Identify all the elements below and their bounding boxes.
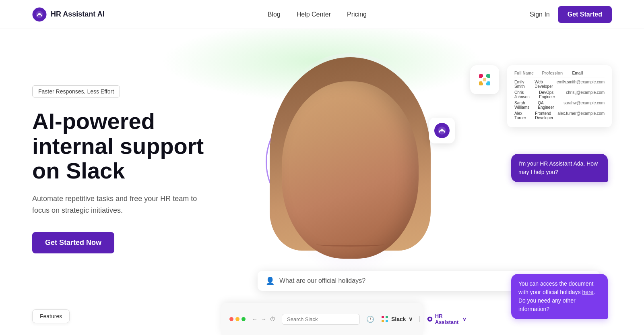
data-table-header: Full Name Profession Email: [514, 71, 605, 77]
svg-rect-17: [382, 320, 384, 322]
svg-rect-16: [382, 316, 384, 318]
hero-subtitle: Automate repetitive tasks and free your …: [32, 193, 201, 216]
user-icon: 👤: [266, 276, 275, 285]
slack-ui-strip: ← → ⏱ 🕐 Slack ∨ | HR Assistant ∨: [221, 303, 423, 335]
close-dot: [229, 317, 233, 321]
forward-icon[interactable]: →: [261, 316, 266, 322]
hero-title: AI-powered internal support on Slack: [32, 109, 225, 183]
nav-actions: Sign In Get Started: [530, 6, 612, 23]
hr-assistant-label: HR Assistant: [435, 313, 460, 325]
features-badge: Features: [32, 309, 70, 323]
table-row: Emily Smith Web Developer emily.smith@ex…: [514, 80, 605, 89]
sign-in-button[interactable]: Sign In: [530, 11, 550, 18]
nav-pricing[interactable]: Pricing: [347, 11, 367, 18]
hero-right: Full Name Profession Email Emily Smith W…: [242, 53, 612, 327]
svg-point-14: [439, 130, 441, 132]
slack-search-input[interactable]: [282, 314, 360, 325]
svg-point-21: [429, 318, 431, 320]
navbar: HR Assistant AI Blog Help Center Pricing…: [0, 0, 644, 29]
history-icon[interactable]: ⏱: [270, 316, 275, 322]
table-row: Chris Johnson DevOps Engineer chris.j@ex…: [514, 90, 605, 99]
minimize-dot: [235, 317, 239, 321]
svg-point-2: [38, 13, 41, 15]
svg-rect-19: [386, 320, 388, 322]
slack-icon-bubble: [470, 65, 499, 94]
hr-small-icon: [427, 315, 433, 323]
back-icon[interactable]: ←: [252, 316, 258, 322]
svg-point-3: [37, 14, 39, 15]
data-table-card: Full Name Profession Email Emily Smith W…: [507, 65, 612, 127]
table-row: Alex Turner Frontend Developer alex.turn…: [514, 111, 605, 120]
hr-assistant-icon-bubble: [429, 118, 455, 143]
chat-response-bubble: You can access the document with your of…: [511, 274, 608, 319]
person-image: [274, 65, 427, 275]
nav-help-center[interactable]: Help Center: [297, 11, 331, 18]
svg-rect-18: [386, 316, 388, 318]
window-controls: [229, 317, 246, 321]
brand-name: HR Assistant AI: [51, 10, 105, 19]
hero-section: Faster Responses, Less Effort AI-powered…: [0, 29, 644, 335]
face-shape: [282, 81, 419, 259]
slack-nav: ← → ⏱: [252, 316, 275, 322]
slack-logo-area: Slack ∨: [381, 315, 413, 323]
ada-greeting-bubble: I'm your HR Assistant Ada. How may I hel…: [511, 154, 608, 182]
hero-badge: Faster Responses, Less Effort: [32, 85, 120, 97]
hero-cta-button[interactable]: Get Started Now: [32, 232, 114, 253]
nav-links: Blog Help Center Pricing: [268, 11, 367, 18]
nav-blog[interactable]: Blog: [268, 11, 281, 18]
slack-label: Slack: [391, 316, 406, 322]
svg-rect-10: [483, 78, 486, 81]
chat-input-placeholder: What are our official holidays?: [279, 277, 365, 284]
logo[interactable]: HR Assistant AI: [32, 7, 105, 22]
person-background: [258, 53, 443, 287]
maximize-dot: [242, 317, 246, 321]
svg-point-15: [443, 130, 445, 132]
divider: |: [419, 315, 421, 323]
svg-point-13: [441, 129, 444, 132]
slack-chevron-icon: ∨: [409, 316, 413, 322]
hero-left: Faster Responses, Less Effort AI-powered…: [32, 53, 242, 253]
slack-small-icon: [381, 315, 389, 323]
hr-assistant-area: HR Assistant ∨: [427, 313, 467, 325]
navbar-get-started-button[interactable]: Get Started: [558, 6, 612, 23]
clock-icon: 🕐: [366, 315, 374, 323]
ada-greeting-text: I'm your HR Assistant Ada. How may I hel…: [518, 160, 598, 175]
response-link[interactable]: here: [582, 289, 593, 295]
svg-point-4: [41, 14, 42, 15]
hr-chevron-icon: ∨: [462, 316, 466, 322]
brand-logo-icon: [32, 7, 47, 22]
table-row: Sarah Williams QA Engineer sarahw@exampl…: [514, 101, 605, 110]
hr-logo-icon: [434, 122, 450, 139]
slack-icon: [477, 72, 493, 88]
